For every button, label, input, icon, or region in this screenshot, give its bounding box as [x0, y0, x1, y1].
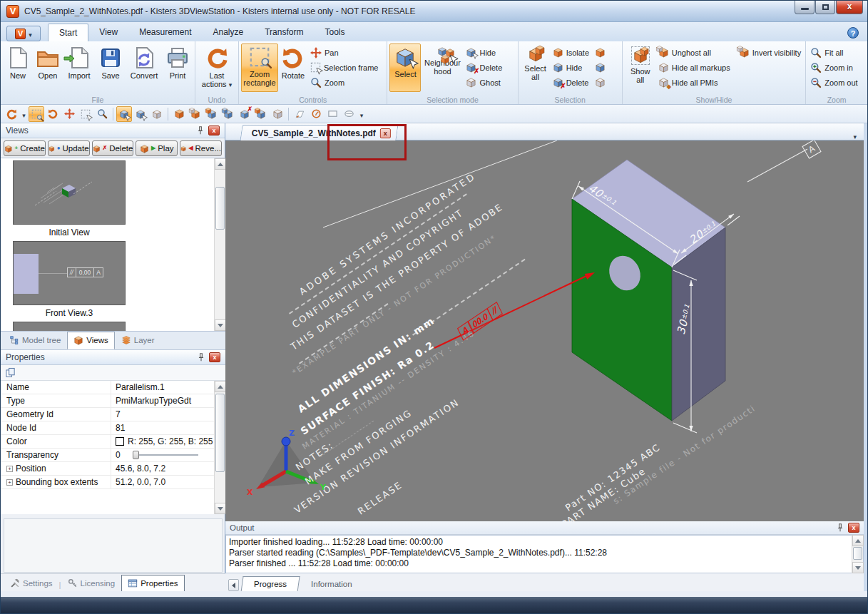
tab-layer[interactable]: Layer — [115, 332, 161, 349]
close-button[interactable]: x — [836, 1, 863, 14]
thumbnail-scrollbar[interactable] — [214, 158, 225, 331]
tab-progress[interactable]: Progress — [240, 576, 300, 593]
quick-zoom-button[interactable] — [94, 106, 110, 122]
quick-markup-circle-button[interactable] — [308, 106, 324, 122]
quick-markup-button[interactable] — [292, 106, 307, 122]
output-log[interactable]: Importer finished loading... 11:52:28 Lo… — [225, 535, 864, 573]
scroll-up-arrow[interactable] — [852, 535, 864, 546]
tab-transform[interactable]: Transform — [254, 24, 314, 41]
quick-hide2-button[interactable] — [220, 106, 236, 122]
application-menu-button[interactable]: V — [6, 26, 41, 41]
table-row[interactable]: NameParallelism.1 — [1, 381, 214, 394]
pin-icon[interactable] — [835, 523, 845, 533]
quick-markup-rectangle-button[interactable] — [325, 106, 340, 122]
pin-icon[interactable] — [196, 352, 206, 362]
quick-select-button[interactable] — [116, 106, 132, 122]
table-row-position[interactable]: Position45.6, 8.0, 7.2 — [1, 462, 214, 476]
zoom-rectangle-button[interactable]: Zoom rectangle — [241, 44, 278, 92]
tab-model-tree[interactable]: Model tree — [3, 332, 67, 349]
open-button[interactable]: Open — [33, 44, 63, 92]
scrollbar-thumb[interactable] — [215, 394, 225, 472]
tab-scroll-left-button[interactable] — [228, 579, 239, 591]
select-all-button[interactable]: Select all — [521, 44, 551, 92]
tab-licensing[interactable]: Licensing — [61, 575, 122, 593]
select-button[interactable]: Select — [389, 44, 421, 92]
import-button[interactable]: Import — [63, 44, 96, 92]
table-row[interactable]: Node Id81 — [1, 421, 214, 435]
isolate-alt-icon-button[interactable] — [593, 45, 608, 60]
thumbnail-front-view[interactable]: // 0,00 A — [13, 241, 126, 305]
quick-zoom-rectangle-button[interactable] — [29, 106, 44, 122]
scroll-up-arrow[interactable] — [215, 381, 226, 392]
convert-button[interactable]: Convert — [126, 44, 163, 92]
properties-scrollbar[interactable] — [214, 381, 225, 514]
thumbnail-initial-view[interactable] — [13, 160, 126, 225]
unghost-all-button[interactable]: Unghost all — [656, 45, 732, 60]
quick-select-hide-button[interactable] — [133, 106, 148, 122]
scroll-down-arrow[interactable] — [215, 319, 225, 331]
zoom-in-button[interactable]: Zoom in — [808, 60, 859, 75]
title-bar[interactable]: V CV5_Sample_2_WithNotes.pdf - Kisters 3… — [1, 1, 867, 22]
selection-hide-button[interactable]: Hide — [551, 60, 591, 75]
tab-properties[interactable]: Properties — [121, 575, 184, 593]
hide-alt-icon-button[interactable] — [593, 60, 608, 75]
zoom-button[interactable]: Zoom — [308, 75, 380, 90]
transparency-slider[interactable] — [133, 451, 198, 459]
fit-all-button[interactable]: Fit all — [808, 45, 859, 60]
hide-all-pmis-button[interactable]: ◆Hide all PMIs — [656, 75, 732, 90]
tab-measurement[interactable]: Measurement — [128, 24, 202, 41]
create-view-button[interactable]: +Create — [4, 140, 46, 156]
expander-icon[interactable] — [6, 479, 13, 486]
selection-mode-delete-button[interactable]: ✗Delete — [464, 60, 504, 75]
table-row-color[interactable]: ColorR: 255, G: 255, B: 255 — [1, 435, 214, 449]
print-button[interactable]: Print — [163, 44, 193, 92]
help-icon[interactable]: ? — [847, 27, 859, 39]
quick-show-all-button[interactable] — [171, 106, 187, 122]
delete-view-button[interactable]: ✗Delete — [92, 140, 134, 156]
minimize-button[interactable] — [795, 1, 815, 14]
hide-all-markups-button[interactable]: Hide all markups — [656, 60, 732, 75]
ghost-alt-icon-button[interactable] — [593, 75, 608, 90]
thumbnail-partial[interactable] — [13, 322, 126, 332]
copy-icon[interactable] — [5, 367, 16, 378]
quick-isolate-button[interactable] — [188, 106, 203, 122]
quick-invert-visibility-button[interactable] — [253, 106, 269, 122]
update-view-button[interactable]: ●Update — [48, 140, 90, 156]
tab-start[interactable]: Start — [48, 24, 88, 42]
quick-unghost-button[interactable] — [270, 106, 285, 122]
quick-selection-frame-button[interactable] — [78, 106, 93, 122]
scroll-up-arrow[interactable] — [215, 158, 225, 170]
selection-mode-ghost-button[interactable]: Ghost — [464, 75, 504, 90]
quick-undo-dropdown[interactable] — [20, 106, 28, 122]
last-actions-button[interactable]: Last actions — [198, 44, 236, 92]
rotate-button[interactable]: Rotate — [278, 44, 308, 92]
viewport-3d[interactable]: ADOBE SYSTEMS INCORPORATED CONFIDENTIALI… — [225, 140, 864, 521]
quick-markup-ellipse-button[interactable] — [341, 106, 357, 122]
tab-tools[interactable]: Tools — [314, 24, 355, 41]
restore-button[interactable] — [815, 1, 835, 14]
invert-visibility-button[interactable]: Invert visibility — [737, 45, 803, 60]
scrollbar-thumb[interactable] — [853, 547, 862, 560]
output-scrollbar[interactable] — [852, 535, 863, 573]
tab-views[interactable]: Views — [67, 332, 114, 349]
tab-analyze[interactable]: Analyze — [203, 24, 255, 41]
scroll-down-arrow[interactable] — [852, 562, 864, 573]
selection-delete-button[interactable]: ✗Delete — [551, 75, 591, 90]
selection-frame-button[interactable]: Selection frame — [308, 60, 380, 75]
properties-close-icon[interactable]: x — [209, 352, 220, 362]
tab-view[interactable]: View — [88, 24, 128, 41]
expander-icon[interactable] — [6, 466, 13, 472]
output-close-icon[interactable]: x — [848, 523, 859, 533]
pan-button[interactable]: Pan — [308, 45, 380, 60]
isolate-button[interactable]: Isolate — [551, 45, 591, 60]
scrollbar-thumb[interactable] — [215, 187, 225, 230]
views-close-icon[interactable]: x — [208, 126, 220, 135]
table-row-bounding-box[interactable]: Bounding box extents51.2, 0.0, 7.0 — [1, 476, 214, 489]
show-all-button[interactable]: Show all — [625, 44, 656, 92]
zoom-out-button[interactable]: Zoom out — [808, 75, 859, 90]
quick-toolbar-overflow[interactable] — [357, 106, 366, 122]
save-button[interactable]: Save — [96, 44, 126, 92]
neighbourhood-button[interactable]: Neighbour hood — [421, 44, 464, 92]
quick-undo-button[interactable] — [4, 106, 19, 122]
selection-mode-hide-button[interactable]: Hide — [464, 45, 504, 60]
